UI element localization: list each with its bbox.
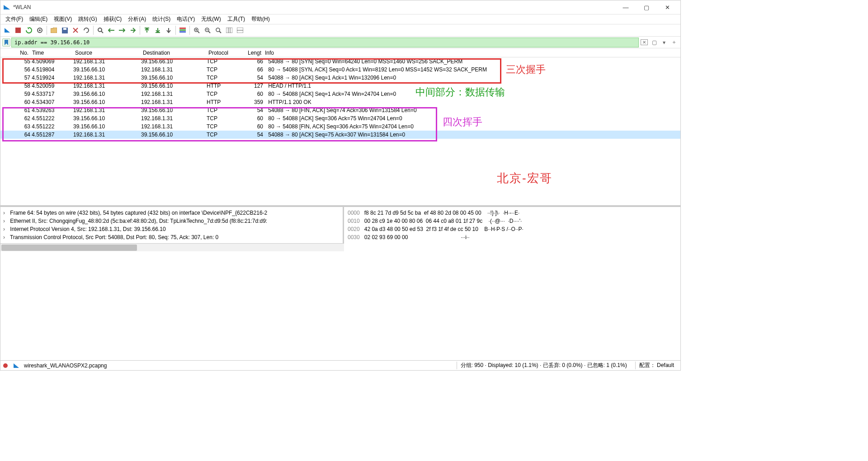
- save-button[interactable]: [60, 25, 70, 35]
- resize-layout-button[interactable]: [235, 25, 245, 35]
- svg-rect-8: [179, 29, 186, 31]
- go-to-packet-button[interactable]: [128, 25, 138, 35]
- packet-row[interactable]: 57 4.519924192.168.1.3139.156.66.10TCP54…: [0, 74, 680, 82]
- go-last-button[interactable]: [153, 25, 163, 35]
- svg-line-15: [219, 31, 221, 33]
- close-button[interactable]: ✕: [657, 0, 678, 14]
- svg-point-5: [98, 28, 102, 32]
- expand-icon[interactable]: ›: [3, 209, 9, 217]
- annotation-author: 北京-宏哥: [497, 170, 552, 186]
- menu-edit[interactable]: 编辑(E): [26, 14, 51, 24]
- packet-row[interactable]: 64 4.551287192.168.1.3139.156.66.10TCP54…: [0, 131, 680, 139]
- colorize-icon: [179, 28, 186, 33]
- hex-row[interactable]: 0020 42 0a d3 48 00 50 ed 53 2f f3 1f 4f…: [348, 225, 677, 233]
- menubar: 文件(F) 编辑(E) 视图(V) 跳转(G) 捕获(C) 分析(A) 统计(S…: [0, 14, 680, 24]
- zoom-reset-icon: [216, 28, 222, 33]
- col-protocol[interactable]: Protocol: [207, 49, 241, 57]
- start-capture-button[interactable]: [2, 25, 12, 35]
- col-length[interactable]: Lengt: [241, 49, 263, 57]
- menu-file[interactable]: 文件(F): [2, 14, 26, 24]
- menu-go[interactable]: 跳转(G): [75, 14, 100, 24]
- menu-analyze[interactable]: 分析(A): [125, 14, 149, 24]
- filter-history-button[interactable]: ▾: [660, 38, 669, 47]
- menu-telephony[interactable]: 电话(Y): [174, 14, 198, 24]
- filter-clear-button[interactable]: ✕: [640, 38, 649, 47]
- zoom-out-button[interactable]: [203, 25, 212, 35]
- svg-line-6: [101, 31, 103, 33]
- window-title: *WLAN: [13, 4, 31, 10]
- hex-row[interactable]: 0030 02 02 93 69 00 00 ···i··: [348, 233, 677, 241]
- menu-capture[interactable]: 捕获(C): [100, 14, 125, 24]
- packet-row[interactable]: 60 4.53430739.156.66.10192.168.1.31HTTP3…: [0, 98, 680, 106]
- open-button[interactable]: [49, 25, 59, 35]
- col-destination[interactable]: Destination: [141, 49, 207, 57]
- hex-row[interactable]: 0000 f8 8c 21 7d d9 5d 5c ba ef 48 80 2d…: [348, 209, 677, 217]
- menu-view[interactable]: 视图(V): [51, 14, 75, 24]
- expand-icon[interactable]: ›: [3, 217, 9, 225]
- packet-row[interactable]: 55 4.509069192.168.1.3139.156.66.10TCP66…: [0, 57, 680, 66]
- menu-wireless[interactable]: 无线(W): [198, 14, 224, 24]
- packet-row[interactable]: 56 4.51980439.156.66.10192.168.1.31TCP66…: [0, 66, 680, 74]
- zoom-reset-button[interactable]: [213, 25, 223, 35]
- go-forward-button[interactable]: [117, 25, 127, 35]
- col-info[interactable]: Info: [263, 49, 680, 57]
- packet-list[interactable]: No. Time Source Destination Protocol Len…: [0, 48, 680, 207]
- col-time[interactable]: Time: [30, 49, 73, 57]
- menu-help[interactable]: 帮助(H): [248, 14, 273, 24]
- bookmark-icon: [4, 40, 9, 45]
- go-first-button[interactable]: [142, 25, 152, 35]
- tree-scrollbar[interactable]: [0, 243, 344, 251]
- search-icon: [98, 28, 104, 33]
- tree-row[interactable]: › Internet Protocol Version 4, Src: 192.…: [3, 225, 340, 233]
- tree-row[interactable]: › Transmission Control Protocol, Src Por…: [3, 233, 340, 241]
- zoom-in-button[interactable]: [192, 25, 202, 35]
- svg-rect-9: [179, 31, 186, 33]
- packet-bytes-pane[interactable]: 0000 f8 8c 21 7d d9 5d 5c ba ef 48 80 2d…: [344, 207, 680, 360]
- reload-icon: [83, 27, 90, 33]
- chevron-down-icon: ▾: [663, 39, 665, 46]
- filter-bookmark-icon[interactable]: [2, 38, 10, 47]
- hex-row[interactable]: 0010 00 28 c9 1e 40 00 80 06 06 44 c0 a8…: [348, 217, 677, 225]
- svg-line-13: [208, 31, 210, 33]
- filter-apply-button[interactable]: ▢: [650, 38, 659, 47]
- status-bar: wireshark_WLANAOSPX2.pcapng 分组: 950 · Di…: [0, 360, 680, 370]
- resize-columns-button[interactable]: [224, 25, 234, 35]
- expert-info-icon[interactable]: [3, 363, 8, 368]
- status-profile[interactable]: 配置： Default: [635, 362, 678, 369]
- arrow-up-bar-icon: [144, 28, 150, 33]
- reload-button[interactable]: [81, 25, 91, 35]
- close-file-button[interactable]: [71, 25, 80, 35]
- packet-row[interactable]: 61 4.539263192.168.1.3139.156.66.10TCP54…: [0, 106, 680, 114]
- filter-add-button[interactable]: ＋: [670, 38, 679, 47]
- tree-row[interactable]: › Frame 64: 54 bytes on wire (432 bits),…: [3, 209, 340, 217]
- restart-icon: [26, 27, 32, 33]
- maximize-button[interactable]: ▢: [636, 0, 657, 14]
- menu-statistics[interactable]: 统计(S): [149, 14, 174, 24]
- packet-row[interactable]: 63 4.55122239.156.66.10192.168.1.31TCP60…: [0, 122, 680, 131]
- packet-list-header[interactable]: No. Time Source Destination Protocol Len…: [0, 48, 680, 57]
- go-back-button[interactable]: [106, 25, 116, 35]
- tree-row[interactable]: › Ethernet II, Src: ChongqingFug_48:80:2…: [3, 217, 340, 225]
- arrow-down-icon: [166, 28, 171, 33]
- details-panes: › Frame 64: 54 bytes on wire (432 bits),…: [0, 207, 680, 360]
- auto-scroll-button[interactable]: [164, 25, 174, 35]
- x-icon: ✕: [641, 39, 648, 45]
- find-button[interactable]: [95, 25, 105, 35]
- restart-capture-button[interactable]: [24, 25, 34, 35]
- options-button[interactable]: [35, 25, 45, 35]
- stop-capture-button[interactable]: [13, 25, 23, 35]
- menu-tools[interactable]: 工具(T): [224, 14, 248, 24]
- zoom-in-icon: [194, 28, 200, 33]
- expand-icon[interactable]: ›: [3, 233, 9, 241]
- packet-details-tree[interactable]: › Frame 64: 54 bytes on wire (432 bits),…: [0, 207, 344, 243]
- minimize-button[interactable]: —: [615, 0, 636, 14]
- packet-row[interactable]: 59 4.53371739.156.66.10192.168.1.31TCP60…: [0, 90, 680, 98]
- packet-row[interactable]: 58 4.520059192.168.1.3139.156.66.10HTTP1…: [0, 82, 680, 90]
- expand-icon[interactable]: ›: [3, 225, 9, 233]
- arrow-down-bar-icon: [155, 28, 160, 33]
- display-filter-input[interactable]: [11, 38, 639, 47]
- packet-row[interactable]: 62 4.55122239.156.66.10192.168.1.31TCP60…: [0, 114, 680, 122]
- col-no[interactable]: No.: [3, 49, 30, 57]
- colorize-button[interactable]: [178, 25, 188, 35]
- col-source[interactable]: Source: [73, 49, 141, 57]
